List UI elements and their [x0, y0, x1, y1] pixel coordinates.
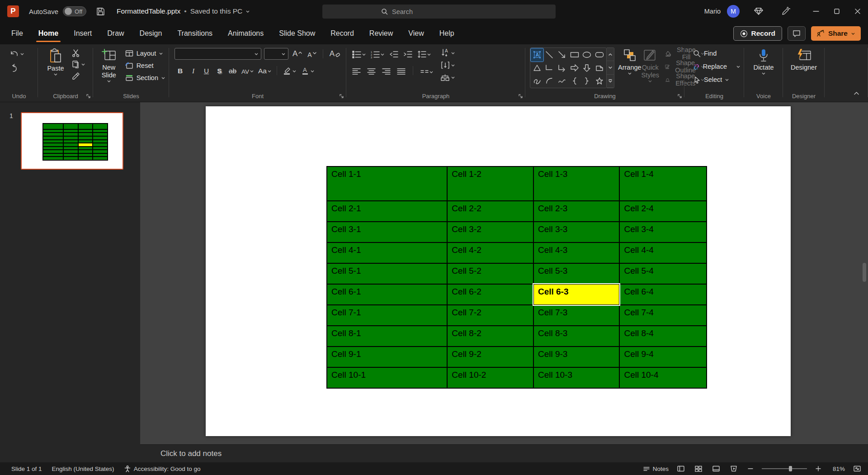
premium-diamond-button[interactable] [751, 7, 766, 16]
table-cell-1-2[interactable]: Cell 1-2 [447, 166, 533, 201]
zoom-in-button[interactable] [814, 465, 823, 472]
table-cell-6-1[interactable]: Cell 6-1 [327, 284, 447, 305]
cut-button[interactable] [70, 48, 87, 58]
collapse-ribbon-button[interactable] [852, 88, 861, 98]
italic-button[interactable]: I [188, 65, 199, 76]
underline-button[interactable]: U [201, 65, 212, 76]
new-slide-button[interactable]: New Slide [96, 48, 122, 84]
table-cell-8-3[interactable]: Cell 8-3 [533, 326, 620, 347]
table-cell-6-3[interactable]: Cell 6-3 [533, 284, 620, 305]
table-cell-4-4[interactable]: Cell 4-4 [619, 242, 707, 263]
shape-line[interactable] [543, 48, 556, 62]
table-cell-2-4[interactable]: Cell 2-4 [619, 201, 707, 222]
minimize-button[interactable] [806, 0, 826, 23]
undo-button[interactable] [8, 49, 33, 59]
table-cell-1-4[interactable]: Cell 1-4 [619, 166, 707, 201]
select-button[interactable]: Select [690, 74, 743, 86]
layout-button[interactable]: Layout [122, 48, 168, 59]
table-cell-8-4[interactable]: Cell 8-4 [619, 326, 707, 347]
zoom-slider-knob[interactable] [789, 466, 792, 471]
font-size-combo[interactable] [264, 48, 288, 60]
section-button[interactable]: Section [122, 72, 168, 84]
record-button[interactable]: Record [733, 26, 782, 41]
shape-snip-corner[interactable] [593, 62, 606, 75]
shapes-more-button[interactable] [607, 75, 614, 88]
table-cell-10-1[interactable]: Cell 10-1 [327, 367, 447, 388]
text-highlight-color-button[interactable] [281, 65, 297, 76]
table-cell-7-1[interactable]: Cell 7-1 [327, 305, 447, 326]
bullets-button[interactable] [351, 48, 367, 60]
table-cell-2-2[interactable]: Cell 2-2 [447, 201, 533, 222]
reset-button[interactable]: Reset [122, 60, 168, 71]
table-cell-5-1[interactable]: Cell 5-1 [327, 263, 447, 284]
vertical-scrollbar[interactable] [862, 102, 867, 444]
shape-scribble[interactable] [531, 74, 543, 87]
tab-record[interactable]: Record [323, 23, 362, 44]
table-cell-5-3[interactable]: Cell 5-3 [533, 263, 620, 284]
table-cell-8-2[interactable]: Cell 8-2 [447, 326, 533, 347]
font-dialog-launcher[interactable] [339, 94, 344, 99]
tab-design[interactable]: Design [132, 23, 170, 44]
tab-draw[interactable]: Draw [99, 23, 132, 44]
table-cell-7-4[interactable]: Cell 7-4 [619, 305, 707, 326]
line-spacing-button[interactable] [416, 48, 432, 60]
maximize-button[interactable] [826, 0, 847, 23]
quick-styles-button[interactable]: Quick Styles [642, 48, 660, 88]
shape-arrow[interactable] [556, 48, 568, 62]
table-cell-2-1[interactable]: Cell 2-1 [327, 201, 447, 222]
save-button[interactable] [94, 5, 108, 19]
shape-elbow-connector[interactable] [543, 62, 556, 75]
shape-elbow-arrow-connector[interactable] [556, 62, 568, 75]
shape-oval[interactable] [581, 48, 594, 62]
table-cell-9-2[interactable]: Cell 9-2 [447, 347, 533, 367]
table-cell-3-4[interactable]: Cell 3-4 [619, 222, 707, 242]
shape-textbox[interactable]: A [531, 48, 543, 62]
table-cell-4-3[interactable]: Cell 4-3 [533, 242, 620, 263]
table-cell-5-4[interactable]: Cell 5-4 [619, 263, 707, 284]
justify-button[interactable] [396, 65, 407, 76]
align-right-button[interactable] [381, 65, 392, 76]
shape-arrow-down[interactable] [581, 62, 594, 75]
grow-font-button[interactable]: A [291, 48, 303, 60]
language-button[interactable]: English (United States) [52, 466, 114, 472]
table-cell-10-2[interactable]: Cell 10-2 [447, 367, 533, 388]
tab-home[interactable]: Home [31, 23, 66, 44]
view-normal-button[interactable] [675, 465, 686, 473]
tab-slide-show[interactable]: Slide Show [271, 23, 323, 44]
view-slideshow-button[interactable] [728, 465, 739, 473]
redo-button[interactable] [8, 63, 33, 73]
notes-pane[interactable]: Click to add notes [140, 444, 868, 462]
avatar[interactable]: M [727, 5, 740, 18]
font-name-combo[interactable] [175, 48, 261, 60]
table-cell-3-3[interactable]: Cell 3-3 [533, 222, 620, 242]
text-shadow-button[interactable]: S [214, 65, 225, 76]
zoom-level[interactable]: 81% [830, 466, 845, 472]
powerpoint-logo-icon[interactable]: P [7, 5, 19, 17]
numbering-button[interactable]: 1 2 3 [369, 48, 386, 60]
decrease-indent-button[interactable] [388, 48, 400, 60]
shrink-font-button[interactable]: A [306, 48, 317, 60]
table-cell-9-3[interactable]: Cell 9-3 [533, 347, 620, 367]
table-cell-3-1[interactable]: Cell 3-1 [327, 222, 447, 242]
drawing-dialog-launcher[interactable] [677, 94, 682, 99]
change-case-button[interactable]: Aa [257, 65, 273, 76]
font-color-button[interactable]: A [299, 65, 316, 76]
shapes-scroll-down-button[interactable] [607, 61, 614, 74]
clipboard-dialog-launcher[interactable] [86, 94, 91, 99]
search-box[interactable]: Search [322, 5, 556, 19]
shape-rectangle[interactable] [568, 48, 581, 62]
format-painter-button[interactable] [70, 71, 87, 81]
table-cell-6-4[interactable]: Cell 6-4 [619, 284, 707, 305]
columns-button[interactable] [419, 65, 434, 76]
slide[interactable]: Cell 1-1Cell 1-2Cell 1-3Cell 1-4Cell 2-1… [206, 106, 791, 436]
table-cell-9-4[interactable]: Cell 9-4 [619, 347, 707, 367]
align-left-button[interactable] [351, 65, 362, 76]
tab-help[interactable]: Help [432, 23, 462, 44]
fit-slide-button[interactable] [852, 465, 863, 473]
shape-triangle[interactable] [531, 62, 543, 75]
autosave-toggle[interactable]: Off [63, 6, 86, 16]
zoom-out-button[interactable] [746, 465, 755, 472]
shape-curve[interactable] [556, 74, 568, 87]
character-spacing-button[interactable]: AV [240, 65, 255, 76]
table-cell-5-2[interactable]: Cell 5-2 [447, 263, 533, 284]
